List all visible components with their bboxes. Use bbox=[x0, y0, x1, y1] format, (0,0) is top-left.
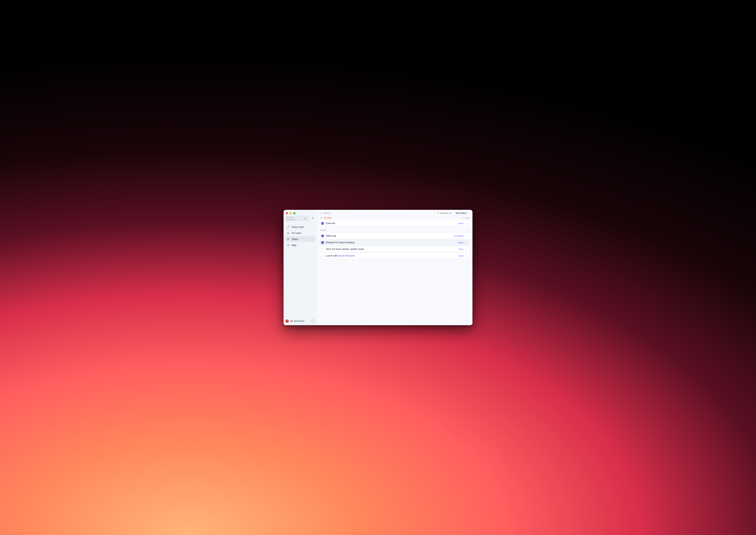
task-title: Prepare for board meeting bbox=[326, 241, 456, 244]
add-label: Add bbox=[465, 217, 469, 219]
task-title: Exercise bbox=[326, 222, 456, 225]
archive-label: Archive (2) bbox=[440, 212, 452, 214]
sidebar-footer: My Test Brain ? bbox=[284, 317, 317, 325]
search-shortcut: ⌘K bbox=[302, 217, 308, 220]
close-window-button[interactable] bbox=[286, 212, 288, 214]
goto-note-icon[interactable] bbox=[465, 241, 468, 244]
task-checkbox[interactable] bbox=[321, 255, 324, 257]
star-icon bbox=[320, 217, 322, 219]
maximize-window-button[interactable] bbox=[293, 212, 295, 214]
chevron-down-icon bbox=[467, 212, 470, 214]
sidebar-item-label: Daily notes bbox=[292, 225, 304, 228]
mic-icon bbox=[311, 217, 314, 220]
sidebar-nav: Daily notes All notes Tasks Map bbox=[284, 223, 317, 249]
task-checkbox[interactable] bbox=[321, 222, 324, 225]
tasks-list: Exercise today To Do: Walk dog yesterday… bbox=[317, 220, 472, 259]
goto-note-icon[interactable] bbox=[465, 248, 468, 250]
task-title: Lunch with David Michaels bbox=[326, 254, 456, 257]
goto-note-icon[interactable] bbox=[465, 222, 468, 225]
sidebar: Search anything… ⌘K Daily notes All note… bbox=[284, 210, 317, 325]
archive-button[interactable]: Archive (2) bbox=[435, 211, 453, 215]
check-icon bbox=[287, 238, 290, 240]
search-icon bbox=[319, 212, 322, 214]
task-due: today bbox=[458, 241, 463, 244]
sidebar-item-tasks[interactable]: Tasks bbox=[285, 236, 316, 242]
app-window: Search anything… ⌘K Daily notes All note… bbox=[284, 210, 472, 325]
workspace-name: My Test Brain bbox=[290, 320, 304, 323]
group-heading-todo: To Do: bbox=[319, 227, 470, 232]
task-checkbox[interactable] bbox=[321, 241, 324, 244]
sidebar-item-label: Tasks bbox=[292, 238, 298, 240]
search-placeholder: Search… bbox=[323, 212, 333, 214]
sidebar-item-daily-notes[interactable]: Daily notes bbox=[285, 224, 316, 230]
task-due: today bbox=[458, 222, 463, 224]
topbar: Search… Archive (2) Task filters bbox=[317, 210, 472, 216]
tasks-search-input[interactable]: Search… bbox=[319, 212, 433, 214]
main-panel: Search… Archive (2) Task filters Current… bbox=[317, 210, 472, 325]
sidebar-item-all-notes[interactable]: All notes bbox=[285, 230, 316, 236]
task-mention[interactable]: David Michaels bbox=[338, 254, 355, 257]
list-icon bbox=[287, 232, 290, 235]
sidebar-item-label: Map bbox=[292, 244, 296, 246]
map-icon bbox=[287, 244, 290, 246]
sidebar-search-input[interactable]: Search anything… ⌘K bbox=[285, 216, 309, 221]
task-row[interactable]: Sent out team weekly update email today bbox=[319, 246, 470, 252]
workspace-switcher[interactable]: My Test Brain bbox=[286, 320, 304, 323]
task-title: Walk dog bbox=[326, 235, 452, 237]
voice-input-button[interactable] bbox=[310, 216, 315, 221]
goto-note-icon[interactable] bbox=[465, 235, 468, 237]
search-placeholder: Search anything… bbox=[287, 216, 302, 221]
plus-icon bbox=[462, 217, 464, 219]
task-checkbox[interactable] bbox=[321, 248, 324, 250]
add-task-button[interactable]: Add bbox=[462, 217, 469, 219]
section-title-current[interactable]: Current bbox=[320, 216, 331, 219]
task-checkbox[interactable] bbox=[321, 235, 324, 237]
task-due: yesterday bbox=[454, 235, 463, 237]
section-title-label: Current bbox=[323, 216, 331, 219]
task-filters-button[interactable]: Task filters bbox=[455, 211, 470, 215]
workspace-avatar bbox=[286, 320, 289, 323]
task-title: Sent out team weekly update email bbox=[326, 248, 456, 250]
archive-icon bbox=[437, 212, 439, 214]
filters-label: Task filters bbox=[456, 212, 466, 214]
task-title-text: Lunch with bbox=[326, 254, 338, 257]
goto-note-icon[interactable] bbox=[465, 255, 468, 257]
help-button[interactable]: ? bbox=[311, 319, 315, 323]
edit-icon bbox=[287, 225, 290, 228]
task-row[interactable]: Exercise today bbox=[319, 220, 470, 226]
task-due: today bbox=[458, 248, 463, 250]
task-due: today bbox=[458, 255, 463, 257]
window-controls bbox=[284, 210, 317, 216]
task-row[interactable]: Walk dog yesterday bbox=[319, 233, 470, 239]
minimize-window-button[interactable] bbox=[290, 212, 292, 214]
help-icon: ? bbox=[312, 320, 314, 322]
sidebar-item-map[interactable]: Map bbox=[285, 242, 316, 248]
task-row[interactable]: Lunch with David Michaels today bbox=[319, 253, 470, 259]
task-row[interactable]: Prepare for board meeting today bbox=[319, 239, 470, 245]
section-header: Current Add bbox=[317, 216, 472, 220]
sidebar-item-label: All notes bbox=[292, 232, 301, 235]
